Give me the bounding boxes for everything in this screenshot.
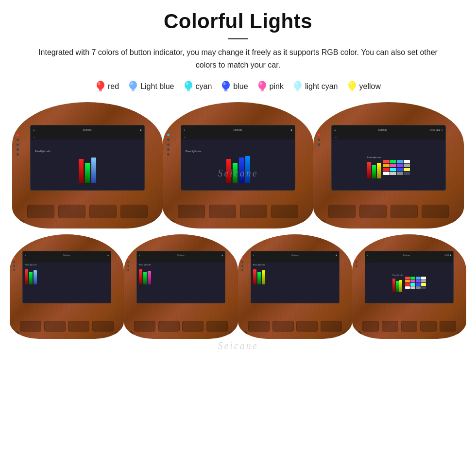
car-body-1: ⌂ Settings ◆ ← Panel light color (12, 102, 163, 228)
svg-rect-26 (350, 90, 354, 91)
screen-4: ⌂ Settings ◆ ← Panel light color (22, 251, 111, 303)
btn-1a (27, 205, 54, 218)
screen-content-1: Panel light color (31, 140, 144, 191)
description-text: Integrated with 7 colors of button indic… (29, 46, 447, 72)
screen-1: ⌂ Settings ◆ ← Panel light color (30, 125, 145, 191)
screen-5: ⌂ Settings ◆ ← Panel light color (136, 251, 225, 303)
title-divider (228, 38, 248, 39)
btn-1b (58, 205, 85, 218)
svg-rect-25 (351, 89, 354, 90)
car-unit-1: ⌂ Settings ◆ ← Panel light color (12, 102, 163, 228)
car-body-3: ⌂ Settings 14:43 ◆ ▶ □ ← Panel light col… (313, 102, 464, 228)
car-row-2: ⌂ Settings ◆ ← Panel light color (15, 234, 461, 339)
car-body-5: ⌂ Settings ◆ ← Panel light color (124, 234, 238, 339)
yellow-bulb-icon (347, 80, 357, 93)
svg-rect-6 (132, 90, 135, 91)
color-item-light-blue: Light blue (128, 80, 174, 93)
light-blue-bulb-icon (128, 80, 138, 93)
red-bulb-icon (95, 80, 106, 93)
color-item-red: red (95, 80, 119, 93)
svg-rect-2 (99, 90, 102, 91)
car-unit-7: ⌂ Settings 14:43 ◆ ← Panel light color (352, 234, 466, 339)
svg-rect-13 (224, 89, 227, 90)
pink-bulb-icon (257, 80, 268, 93)
bottom-buttons-2 (178, 205, 298, 218)
svg-rect-10 (187, 90, 190, 91)
svg-rect-21 (296, 89, 299, 90)
svg-point-16 (258, 81, 266, 89)
red-label: red (108, 82, 119, 91)
mount-left-1 (18, 219, 25, 226)
panel-label-3: Panel light color (367, 156, 381, 158)
light-cyan-bulb-icon (292, 80, 303, 93)
car-unit-4: ⌂ Settings ◆ ← Panel light color (10, 234, 124, 339)
title-section: Colorful Lights Integrated with 7 colors… (15, 10, 461, 72)
svg-point-11 (186, 82, 188, 85)
panel-label-2: Panel light color (186, 150, 201, 153)
mount-right-1 (150, 219, 157, 226)
color-item-light-cyan: light cyan (292, 80, 338, 93)
svg-point-15 (223, 82, 226, 85)
screen-6: ⌂ Settings ◆ ← Panel light color (251, 251, 340, 303)
panel-label-1: Panel light color (35, 150, 51, 153)
svg-point-0 (97, 81, 104, 89)
svg-point-23 (295, 82, 297, 85)
cyan-bulb-icon (183, 80, 194, 93)
color-indicators: red Light blue cyan blue pink light cyan (15, 80, 461, 93)
color-item-cyan: cyan (183, 80, 212, 93)
svg-point-20 (294, 81, 302, 89)
watermark-1: Seicane (218, 168, 258, 179)
car-body-4: ⌂ Settings ◆ ← Panel light color (10, 234, 124, 339)
svg-rect-1 (99, 89, 102, 90)
images-wrapper: ⌂ Settings ◆ ← Panel light color (15, 102, 461, 353)
color-item-yellow: yellow (347, 80, 381, 93)
screen-7: ⌂ Settings 14:43 ◆ ← Panel light color (365, 251, 454, 303)
svg-point-4 (129, 81, 137, 89)
car-body-2: ⌂ Settings ◆ ← Panel light color (163, 102, 313, 228)
watermark-2: Seicane (218, 340, 258, 352)
screen-3: ⌂ Settings 14:43 ◆ ▶ □ ← Panel light col… (331, 125, 446, 191)
svg-rect-22 (296, 90, 299, 91)
car-row-1: ⌂ Settings ◆ ← Panel light color (15, 102, 461, 228)
svg-point-8 (185, 81, 192, 89)
svg-point-3 (98, 82, 101, 85)
svg-rect-17 (261, 89, 264, 90)
pink-label: pink (270, 82, 284, 91)
color-item-blue: blue (221, 80, 248, 93)
btn-1d (120, 205, 148, 218)
bottom-buttons-1 (27, 205, 148, 218)
svg-point-19 (259, 82, 262, 85)
light-cyan-label: light cyan (305, 82, 338, 91)
car-unit-5: ⌂ Settings ◆ ← Panel light color (124, 234, 238, 339)
svg-rect-9 (187, 89, 190, 90)
car-body-7: ⌂ Settings 14:43 ◆ ← Panel light color (352, 234, 466, 339)
svg-rect-5 (132, 89, 135, 90)
svg-rect-18 (260, 90, 264, 91)
screen-content-2: Panel light color (181, 140, 295, 191)
blue-bulb-icon (221, 80, 231, 93)
svg-point-24 (348, 81, 356, 89)
btn-1c (89, 205, 117, 218)
car-body-6: ⌂ Settings ◆ ← Panel light color (238, 234, 352, 339)
screen-2: ⌂ Settings ◆ ← Panel light color (181, 125, 295, 191)
page-container: Colorful Lights Integrated with 7 colors… (0, 0, 476, 368)
page-title: Colorful Lights (15, 10, 461, 33)
cyan-label: cyan (196, 82, 212, 91)
blue-label: blue (233, 82, 248, 91)
color-bars-1 (79, 155, 96, 183)
svg-rect-14 (224, 90, 228, 91)
light-blue-label: Light blue (140, 82, 174, 91)
svg-point-7 (131, 82, 133, 85)
car-unit-6: ⌂ Settings ◆ ← Panel light color (238, 234, 352, 339)
car-unit-2: ⌂ Settings ◆ ← Panel light color (163, 102, 313, 228)
yellow-label: yellow (359, 82, 381, 91)
svg-point-12 (222, 81, 230, 89)
screen-content-3: Panel light color (332, 140, 445, 191)
color-item-pink: pink (257, 80, 284, 93)
car-unit-3: ⌂ Settings 14:43 ◆ ▶ □ ← Panel light col… (313, 102, 464, 228)
svg-point-27 (349, 82, 352, 85)
